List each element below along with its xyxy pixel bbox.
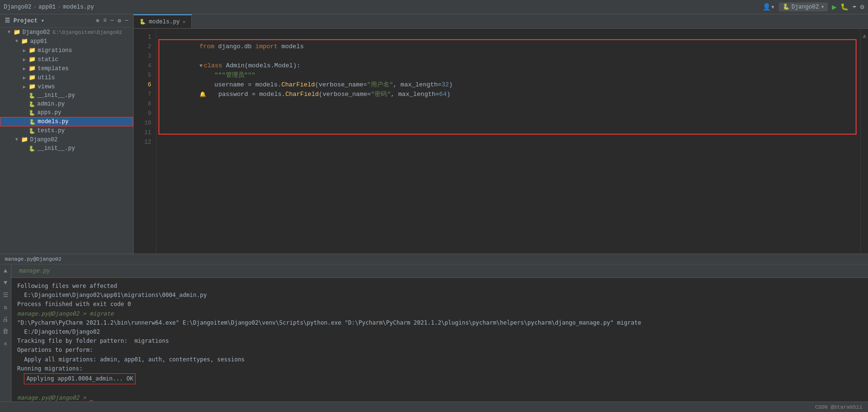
breadcrumb-app: app01: [39, 4, 56, 11]
terminal-row: ▲ ▼ ☰ ⇅ 🖨 🗑 ✕ manage.py Following files …: [0, 264, 868, 401]
code-line-10: [162, 118, 855, 128]
folder-icon-templates: 📁: [29, 65, 36, 72]
sidebar-settings-icon[interactable]: ⚙: [118, 17, 121, 24]
right-gutter: ⚠: [860, 29, 868, 254]
tree-label: Django02: [22, 29, 50, 36]
tree-item-utils[interactable]: ▶ 📁 utils: [0, 73, 133, 82]
t-line-6: E:/Djangoitem/Django02: [17, 327, 862, 337]
tab-close-icon[interactable]: ✕: [183, 19, 186, 25]
tree-item-views[interactable]: ▶ 📁 views: [0, 82, 133, 91]
tree-item-django02-folder[interactable]: ▼ 📁 Django02: [0, 135, 133, 144]
tree-label-templates: templates: [38, 65, 69, 72]
sidebar-icons: ⊕ ≡ — ⚙ —: [96, 17, 128, 24]
ln-10: 10: [134, 118, 156, 128]
folder-icon-d02: 📁: [21, 136, 28, 143]
py-icon-models: 🐍: [29, 119, 36, 125]
tree-item-templates[interactable]: ▶ 📁 templates: [0, 64, 133, 73]
t-line-10: Running migrations:: [17, 364, 862, 373]
tab-py-icon: 🐍: [139, 19, 146, 25]
settings-icon[interactable]: ⚙: [860, 3, 864, 11]
ln-9: 9: [134, 109, 156, 118]
tree-item-django02-root[interactable]: ▼ 📁 Django02 E:\Djangoitem\Django02: [0, 28, 133, 37]
t-line-2: E:\Djangoitem\Django02\app01\migrations\…: [17, 291, 862, 300]
folder-icon-migrations: 📁: [29, 47, 36, 54]
t-icon-list[interactable]: ☰: [3, 291, 9, 299]
t-line-5: "D:\Pycharm\PyCharm 2021.1.2\bin\runnerw…: [17, 318, 862, 327]
breadcrumb-file: models.py: [63, 4, 94, 11]
t-icon-trash[interactable]: 🗑: [2, 328, 9, 335]
code-line-8: [162, 99, 855, 109]
tree-item-d02-init[interactable]: ▶ 🐍 __init__.py: [0, 144, 133, 153]
ln-7: 7: [134, 90, 156, 99]
t-line-3: Process finished with exit code 0: [17, 300, 862, 309]
py-icon-admin: 🐍: [29, 101, 35, 107]
ln-6: 6: [134, 80, 156, 90]
t-line-12: [17, 384, 862, 393]
profile-icon[interactable]: 👤▾: [763, 3, 774, 11]
t-icon-close-x[interactable]: ✕: [4, 340, 8, 348]
sidebar-expand-icon[interactable]: ≡: [103, 17, 106, 24]
apply-ok-box: Applying app01.0004_admin... OK: [24, 373, 136, 384]
terminal-bar: manage.py: [11, 264, 868, 278]
tree-item-static[interactable]: ▶ 📁 static: [0, 55, 133, 64]
code-line-5: username = models.CharField(verbose_name…: [162, 71, 855, 80]
breadcrumb-sep2: ›: [58, 4, 61, 11]
editor-area: 🐍 models.py ✕ 1 2 3 4 5 6 7 8 9 10 11 12: [134, 14, 868, 254]
folder-icon: 📁: [13, 29, 21, 36]
code-content[interactable]: from django.db import models ▼class Admi…: [157, 29, 860, 254]
tree-item-apps[interactable]: ▶ 🐍 apps.py: [0, 108, 133, 117]
tree-label-init: __init__.py: [37, 92, 75, 99]
code-line-9: [162, 109, 855, 118]
tree-item-tests[interactable]: ▶ 🐍 tests.py: [0, 127, 133, 135]
t-icon-down[interactable]: ▼: [4, 279, 8, 286]
status-path: manage.py@Django02: [5, 256, 62, 262]
t-icon-print[interactable]: 🖨: [2, 316, 9, 323]
t-line-13: manage.py@Django02 > _: [17, 393, 862, 401]
terminal-side-icons: ▲ ▼ ☰ ⇅ 🖨 🗑 ✕: [0, 264, 11, 401]
py-icon-apps: 🐍: [29, 110, 35, 116]
toolbar-right: 👤▾ 🐍 Django02 ▾ ▶ 🐛 ☂ ⚙: [763, 2, 864, 12]
sidebar-collapse-icon[interactable]: —: [110, 17, 114, 24]
t-line-7: Tracking file by folder pattern: migrati…: [17, 337, 862, 346]
tab-label: models.py: [149, 19, 180, 25]
run-config-selector[interactable]: 🐍 Django02 ▾: [779, 2, 828, 11]
t-icon-up[interactable]: ▲: [4, 267, 8, 275]
tree-item-init[interactable]: ▶ 🐍 __init__.py: [0, 91, 133, 100]
ln-2: 2: [134, 42, 156, 52]
tree-label-views: views: [38, 84, 55, 90]
tree-item-admin[interactable]: ▶ 🐍 admin.py: [0, 100, 133, 108]
tree-item-migrations[interactable]: ▶ 📁 migrations: [0, 46, 133, 55]
t-line-1: Following files were affected: [17, 282, 862, 291]
folder-arrow: ▼: [8, 30, 12, 35]
ln-12: 12: [134, 137, 156, 147]
run-button[interactable]: ▶: [832, 2, 837, 12]
py-icon-d02init: 🐍: [29, 146, 35, 152]
py-icon-tests: 🐍: [29, 128, 35, 134]
tree-label-static: static: [38, 56, 58, 63]
sidebar-close-icon[interactable]: —: [125, 17, 128, 24]
tab-models-py[interactable]: 🐍 models.py ✕: [134, 14, 192, 28]
t-line-9: Apply all migrations: admin, app01, auth…: [17, 355, 862, 364]
tree-label-apps: apps.py: [37, 109, 61, 116]
bottom-area: ▲ ▼ ☰ ⇅ 🖨 🗑 ✕ manage.py Following files …: [0, 264, 868, 412]
tree-item-app01[interactable]: ▼ 📁 app01: [0, 37, 133, 46]
tree-item-models[interactable]: ▶ 🐍 models.py: [0, 117, 133, 127]
terminal-tab-label[interactable]: manage.py: [15, 267, 54, 275]
folder-arrow-app01: ▼: [15, 39, 20, 44]
t-icon-sort[interactable]: ⇅: [4, 304, 8, 311]
terminal-content[interactable]: Following files were affected E:\Djangoi…: [11, 278, 868, 401]
py-icon-init: 🐍: [29, 93, 35, 99]
run-config-label: Django02: [792, 4, 819, 11]
ln-5: 5: [134, 71, 156, 80]
folder-icon-utils: 📁: [29, 74, 36, 81]
terminal-container: manage.py Following files were affected …: [11, 264, 868, 401]
run-config-chevron: ▾: [821, 3, 824, 11]
main-area: ☰ Project ▾ ⊕ ≡ — ⚙ — ▼ 📁 Django02 E:\Dj…: [0, 14, 868, 254]
tree-label-tests: tests.py: [37, 127, 65, 134]
sidebar-title: ☰ Project ▾: [5, 17, 44, 24]
debug-button[interactable]: 🐛: [840, 3, 848, 11]
sidebar-scope-icon[interactable]: ⊕: [96, 17, 99, 24]
coverage-button[interactable]: ☂: [852, 3, 856, 11]
line-numbers: 1 2 3 4 5 6 7 8 9 10 11 12: [134, 29, 157, 254]
folder-icon-static: 📁: [29, 56, 36, 63]
